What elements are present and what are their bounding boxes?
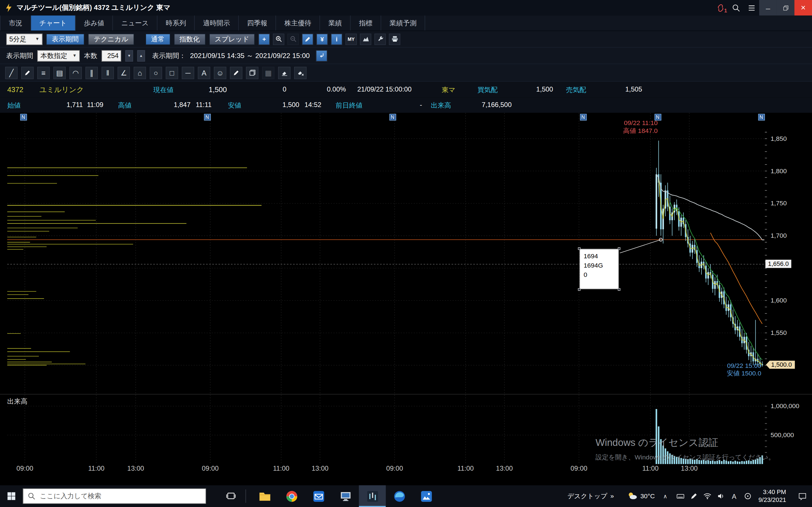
vline-tool[interactable]: ‖ <box>101 66 114 79</box>
photos-app-icon[interactable] <box>413 485 440 507</box>
hidden-icons-chevron[interactable]: ∧ <box>663 493 667 499</box>
settings-button[interactable] <box>374 33 386 45</box>
display-period-button[interactable]: 表示期間 <box>46 33 84 45</box>
spread-mode-button[interactable]: スプレッド <box>209 33 255 45</box>
tooltip-slope-value: 0 <box>583 270 615 279</box>
hline-tool[interactable]: ≡ <box>37 66 50 79</box>
chevron-right-icon: » <box>610 493 614 500</box>
low-annotation: 09/22 15:00 安値 1500.0 <box>697 362 761 378</box>
tab-shihyo[interactable]: 指標 <box>351 15 381 31</box>
chrome-app-icon[interactable] <box>278 485 305 507</box>
tab-yutai[interactable]: 株主優待 <box>276 15 320 31</box>
tab-shikiho[interactable]: 四季報 <box>239 15 276 31</box>
task-view-button[interactable] <box>220 485 243 507</box>
link-icon[interactable]: 1 <box>712 0 728 15</box>
weather-widget[interactable]: 30°C <box>626 490 655 502</box>
tooltip-goal-value: 1694G <box>583 261 615 270</box>
news-marker[interactable]: N <box>580 114 587 121</box>
pen-settings-icon[interactable] <box>687 485 701 507</box>
select-object-tool[interactable]: ▦ <box>262 66 274 79</box>
angle-tool[interactable]: ∠ <box>117 66 130 79</box>
tab-tekijikaiji[interactable]: 適時開示 <box>195 15 239 31</box>
ellipse-tool[interactable]: ○ <box>150 66 162 79</box>
high-annotation: 09/22 11:10 高値 1847.0 <box>594 119 658 135</box>
icon-stamp-tool[interactable]: ☺ <box>214 66 226 79</box>
close-button[interactable]: × <box>795 0 812 15</box>
drawing-info-tooltip[interactable]: 1694 1694G 0 <box>579 249 619 289</box>
tab-chart[interactable]: チャート <box>31 15 75 31</box>
desktop-toolbar[interactable]: デスクトップ » <box>567 492 614 501</box>
zoom-out-button[interactable] <box>287 33 299 45</box>
volume-icon[interactable] <box>714 485 727 507</box>
tab-gyoseki[interactable]: 業績 <box>320 15 350 31</box>
normal-mode-button[interactable]: 通常 <box>145 33 170 45</box>
copy-object-tool[interactable] <box>246 66 258 79</box>
news-marker[interactable]: N <box>20 114 27 121</box>
index-mode-button[interactable]: 指数化 <box>174 33 205 45</box>
line-tool[interactable]: ╱ <box>5 66 17 79</box>
zoom-in-button[interactable] <box>273 33 284 45</box>
trading-app-icon[interactable] <box>359 485 386 507</box>
eraser-tool[interactable] <box>278 66 290 79</box>
news-marker[interactable]: N <box>758 114 765 121</box>
ime-mode-icon[interactable] <box>741 485 755 507</box>
menu-icon[interactable] <box>744 0 759 15</box>
period-mode-value: 本数指定 <box>40 51 67 60</box>
timeframe-select[interactable]: 5分足▼ <box>6 33 43 45</box>
touch-keyboard-icon[interactable] <box>673 485 687 507</box>
count-input[interactable]: 254 <box>101 50 121 61</box>
arc-tool[interactable]: ◠ <box>69 66 82 79</box>
restore-button[interactable] <box>777 0 794 15</box>
count-down-button[interactable]: ▼ <box>125 50 133 61</box>
print-button[interactable] <box>389 33 400 45</box>
yen-scale-button[interactable]: ¥ <box>316 33 327 45</box>
news-marker[interactable]: N <box>204 114 211 121</box>
taskbar-search-input[interactable]: ここに入力して検索 <box>23 489 206 504</box>
drag-handle[interactable] <box>618 247 620 250</box>
tab-gyoseki-yosoku[interactable]: 業績予測 <box>381 15 425 31</box>
clear-all-tool[interactable] <box>294 66 306 79</box>
taskbar: ここに入力して検索 デスクトップ » 30°C ∧ A 3:40 PM 9/23… <box>0 485 812 507</box>
drag-handle[interactable] <box>578 247 580 250</box>
news-marker[interactable]: N <box>389 114 396 121</box>
svg-text:1,550: 1,550 <box>770 329 786 336</box>
period-mode-select[interactable]: 本数指定▼ <box>37 50 80 61</box>
action-center-button[interactable] <box>792 485 812 507</box>
minimize-button[interactable]: – <box>759 0 777 15</box>
hsegment-tool[interactable]: ─ <box>182 66 194 79</box>
start-button[interactable] <box>0 485 23 507</box>
text-tool[interactable]: A <box>198 66 210 79</box>
app-logo-icon <box>4 3 13 12</box>
rect-tool[interactable]: □ <box>166 66 178 79</box>
polygon-tool[interactable]: ⌂ <box>134 66 146 79</box>
hline-dense-tool[interactable]: ▤ <box>53 66 66 79</box>
my-chart-button[interactable]: MY <box>345 33 357 45</box>
network-icon[interactable] <box>700 485 714 507</box>
mail-app-icon[interactable] <box>305 485 332 507</box>
tab-ayumine[interactable]: 歩み値 <box>75 15 113 31</box>
screen-share-app-icon[interactable] <box>332 485 359 507</box>
low-annotation-price: 安値 1500.0 <box>697 370 761 378</box>
file-explorer-app-icon[interactable] <box>251 485 278 507</box>
search-icon[interactable] <box>728 0 744 15</box>
parallel-line-tool[interactable]: ∥ <box>86 66 98 79</box>
reset-period-button[interactable] <box>316 50 327 61</box>
drag-handle[interactable] <box>578 288 580 291</box>
info-button[interactable]: i <box>331 33 342 45</box>
add-indicator-button[interactable]: + <box>259 33 270 45</box>
chart-type-button[interactable] <box>360 33 371 45</box>
edge-browser-app-icon[interactable] <box>386 485 413 507</box>
freehand-tool[interactable] <box>21 66 34 79</box>
technical-button[interactable]: テクニカル <box>88 33 134 45</box>
taskbar-clock[interactable]: 3:40 PM 9/23/2021 <box>758 489 786 504</box>
tab-jikeiretsu[interactable]: 時系列 <box>158 15 195 31</box>
count-up-button[interactable]: ▲ <box>137 50 145 61</box>
open-label: 始値 <box>7 101 21 110</box>
ime-a-icon[interactable]: A <box>727 485 741 507</box>
tab-shikyo[interactable]: 市況 <box>0 15 31 31</box>
tab-news[interactable]: ニュース <box>113 15 158 31</box>
draw-mode-button[interactable] <box>302 33 313 45</box>
chart-canvas[interactable] <box>0 113 764 475</box>
drag-handle[interactable] <box>618 288 620 291</box>
stamp-edit-tool[interactable] <box>230 66 243 79</box>
